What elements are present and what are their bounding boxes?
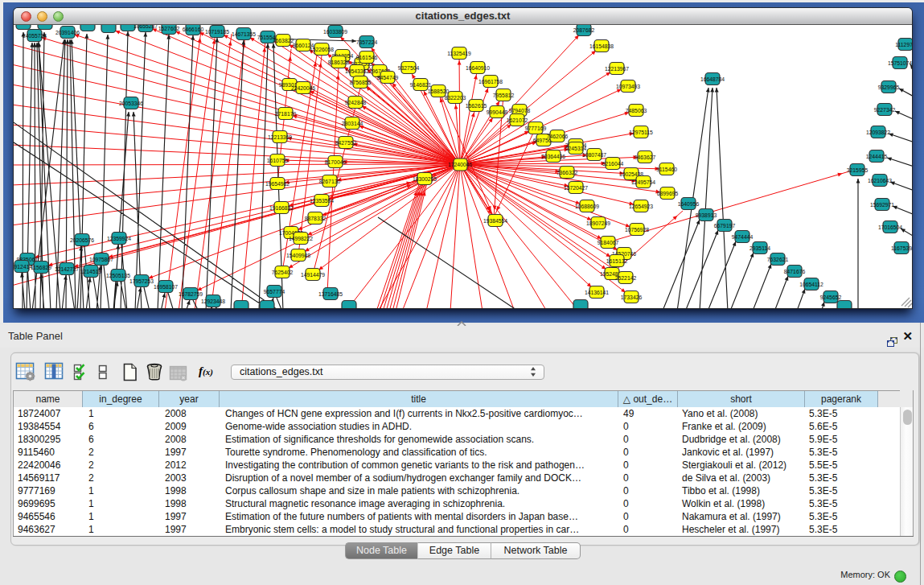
svg-text:9777169: 9777169 bbox=[525, 126, 547, 131]
svg-text:1588520: 1588520 bbox=[428, 89, 450, 94]
svg-text:8938913: 8938913 bbox=[696, 212, 717, 218]
svg-text:1640956: 1640956 bbox=[678, 201, 700, 207]
svg-text:2522142: 2522142 bbox=[615, 275, 637, 281]
svg-text:12093822: 12093822 bbox=[866, 130, 890, 135]
svg-text:16958107: 16958107 bbox=[154, 284, 178, 290]
svg-text:19166832: 19166832 bbox=[269, 205, 294, 211]
svg-text:9184067: 9184067 bbox=[598, 240, 619, 245]
svg-text:6466160: 6466160 bbox=[183, 27, 204, 32]
svg-text:9329965: 9329965 bbox=[878, 84, 900, 90]
svg-text:1112974: 1112974 bbox=[895, 42, 912, 47]
svg-text:16640910: 16640910 bbox=[466, 65, 490, 71]
svg-text:7663822: 7663822 bbox=[273, 38, 294, 43]
svg-text:2803144: 2803144 bbox=[342, 121, 363, 126]
svg-text:9474444: 9474444 bbox=[732, 234, 754, 240]
svg-text:8267130: 8267130 bbox=[319, 179, 341, 184]
svg-text:12359924: 12359924 bbox=[107, 236, 131, 241]
svg-text:7462066: 7462066 bbox=[547, 134, 569, 139]
svg-text:8427552: 8427552 bbox=[335, 140, 357, 146]
svg-text:10975867: 10975867 bbox=[89, 257, 113, 262]
svg-text:8322203: 8322203 bbox=[445, 95, 466, 101]
svg-text:8161546: 8161546 bbox=[356, 55, 378, 60]
svg-text:12654923: 12654923 bbox=[629, 204, 653, 209]
svg-text:19384554: 19384554 bbox=[483, 218, 507, 224]
svg-text:16033809: 16033809 bbox=[323, 29, 347, 35]
svg-text:9115460: 9115460 bbox=[656, 167, 677, 172]
svg-text:17957253: 17957253 bbox=[129, 278, 154, 284]
svg-text:10655287: 10655287 bbox=[133, 25, 158, 29]
svg-text:7625402: 7625402 bbox=[272, 270, 294, 275]
svg-text:11325419: 11325419 bbox=[447, 51, 471, 56]
svg-text:2087682: 2087682 bbox=[573, 27, 595, 33]
svg-text:16782759: 16782759 bbox=[179, 291, 203, 297]
svg-text:10719185: 10719185 bbox=[205, 29, 229, 35]
svg-text:10688609: 10688609 bbox=[575, 204, 599, 209]
svg-text:15692971: 15692971 bbox=[870, 202, 894, 208]
svg-text:10654112: 10654112 bbox=[799, 282, 823, 287]
svg-text:1167539: 1167539 bbox=[891, 245, 912, 251]
svg-text:15751074: 15751074 bbox=[888, 60, 912, 66]
svg-text:1156829: 1156829 bbox=[31, 265, 51, 270]
svg-text:1214519: 1214519 bbox=[80, 269, 102, 274]
svg-text:10807487: 10807487 bbox=[582, 152, 606, 158]
svg-text:1733426: 1733426 bbox=[621, 295, 643, 300]
svg-text:10756928: 10756928 bbox=[625, 227, 649, 233]
svg-text:7366322: 7366322 bbox=[556, 170, 578, 175]
svg-text:1244415: 1244415 bbox=[866, 154, 888, 159]
svg-text:19654982: 19654982 bbox=[265, 181, 290, 187]
svg-text:12923448: 12923448 bbox=[201, 299, 225, 304]
svg-text:2718170: 2718170 bbox=[275, 111, 297, 117]
svg-text:13716485: 13716485 bbox=[318, 291, 343, 297]
svg-text:1621072: 1621072 bbox=[507, 117, 528, 123]
svg-text:12213967: 12213967 bbox=[605, 66, 629, 72]
svg-text:12353594: 12353594 bbox=[310, 198, 334, 204]
svg-text:14136141: 14136141 bbox=[585, 290, 609, 295]
svg-text:7357224: 7357224 bbox=[356, 39, 378, 45]
svg-text:20391406: 20391406 bbox=[55, 30, 80, 35]
svg-text:6216044: 6216044 bbox=[602, 161, 624, 167]
svg-text:20053346: 20053346 bbox=[119, 101, 143, 106]
svg-text:10973493: 10973493 bbox=[616, 84, 640, 89]
svg-text:1610755: 1610755 bbox=[267, 158, 289, 163]
svg-text:9990448: 9990448 bbox=[487, 109, 508, 115]
svg-text:3215955: 3215955 bbox=[847, 167, 869, 173]
svg-text:6245314: 6245314 bbox=[565, 146, 587, 151]
svg-text:9245652: 9245652 bbox=[820, 295, 842, 300]
svg-text:8454749: 8454749 bbox=[377, 75, 399, 80]
svg-text:9146821: 9146821 bbox=[410, 82, 432, 88]
svg-text:22420046: 22420046 bbox=[291, 85, 315, 91]
svg-text:2935114: 2935114 bbox=[749, 245, 770, 251]
svg-text:12505135: 12505135 bbox=[106, 273, 130, 278]
svg-text:7485063: 7485063 bbox=[626, 108, 647, 113]
svg-text:9657774: 9657774 bbox=[264, 289, 285, 295]
svg-text:8471676: 8471676 bbox=[784, 269, 806, 274]
svg-text:9227342: 9227342 bbox=[874, 107, 896, 113]
svg-text:15226058: 15226058 bbox=[310, 47, 334, 52]
svg-text:12975115: 12975115 bbox=[629, 130, 653, 135]
svg-text:9327504: 9327504 bbox=[398, 65, 420, 71]
svg-text:20364436: 20364436 bbox=[541, 154, 565, 159]
svg-text:18300295: 18300295 bbox=[413, 176, 437, 182]
svg-text:8756855: 8756855 bbox=[350, 80, 372, 85]
svg-text:16154838: 16154838 bbox=[589, 43, 614, 49]
svg-text:8878332: 8878332 bbox=[305, 216, 326, 221]
svg-text:6899695: 6899695 bbox=[657, 191, 679, 196]
svg-text:10543362: 10543362 bbox=[345, 68, 369, 74]
svg-text:16961758: 16961758 bbox=[478, 79, 503, 84]
svg-text:12142737: 12142737 bbox=[55, 266, 79, 272]
svg-text:15409948: 15409948 bbox=[286, 253, 310, 258]
svg-text:3912414: 3912414 bbox=[14, 264, 32, 270]
svg-text:24055724: 24055724 bbox=[23, 33, 47, 39]
svg-text:14998222: 14998222 bbox=[289, 236, 313, 241]
svg-text:1615132: 1615132 bbox=[606, 258, 628, 264]
svg-text:12213369: 12213369 bbox=[268, 134, 292, 140]
svg-text:1527602: 1527602 bbox=[158, 26, 180, 31]
svg-text:20206576: 20206576 bbox=[70, 237, 94, 243]
svg-text:7632621: 7632621 bbox=[767, 257, 789, 262]
svg-text:14914479: 14914479 bbox=[301, 272, 325, 278]
svg-text:8170046: 8170046 bbox=[325, 159, 347, 165]
svg-text:12495754: 12495754 bbox=[631, 179, 655, 185]
svg-text:6679197: 6679197 bbox=[714, 223, 736, 229]
svg-text:17240046: 17240046 bbox=[448, 162, 472, 167]
svg-text:15720427: 15720427 bbox=[564, 185, 588, 191]
